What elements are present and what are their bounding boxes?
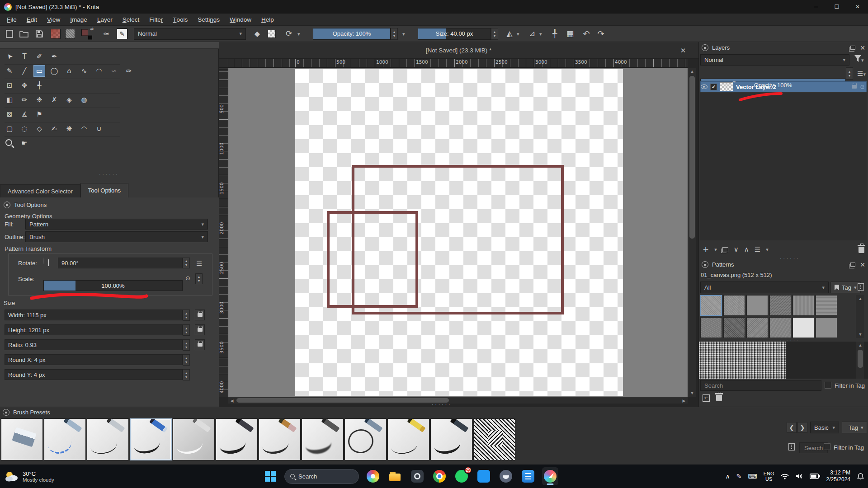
preset-group-dropdown[interactable]: Basic▾ xyxy=(810,422,839,433)
pattern-thumb[interactable] xyxy=(723,317,745,338)
rectangle-tool[interactable]: ▭ xyxy=(33,65,45,77)
fill-dropdown[interactable]: Pattern▾ xyxy=(25,219,208,230)
bezier-select-tool[interactable]: ◠ xyxy=(78,123,90,135)
swap-colors-icon[interactable]: ⇄ xyxy=(90,27,94,31)
add-layer-icon[interactable]: + xyxy=(703,246,709,253)
freehand-brush-tool[interactable]: ✎ xyxy=(4,65,15,77)
mirror-horizontal-icon[interactable]: ⊿ xyxy=(526,28,538,40)
pattern-thumb[interactable] xyxy=(700,317,722,338)
bezier-curve-tool[interactable]: ◠ xyxy=(93,65,105,77)
fill-tool[interactable]: ◈ xyxy=(63,94,75,106)
tray-pen-icon[interactable]: ✎ xyxy=(736,473,742,480)
background-color[interactable] xyxy=(88,35,93,40)
scale-reset-icon[interactable]: ⊙ xyxy=(185,275,190,281)
layer-options-menu-icon[interactable]: ☰▾ xyxy=(857,70,866,78)
scroll-right-icon[interactable]: ▶ xyxy=(680,397,688,404)
menu-item[interactable]: File xyxy=(2,14,22,26)
brush-preset-pencil-blue[interactable] xyxy=(130,418,172,460)
brush-preset-fineliner[interactable] xyxy=(387,418,429,460)
assistants-tool[interactable]: ⊠ xyxy=(4,108,15,120)
new-document-icon[interactable] xyxy=(4,28,15,40)
brush-size-slider[interactable]: Size: 40.00 px xyxy=(418,28,491,40)
discord-icon[interactable] xyxy=(498,467,514,485)
pattern-search-input[interactable] xyxy=(700,380,821,391)
pattern-thumb[interactable] xyxy=(816,295,837,316)
menu-item[interactable]: Filter xyxy=(144,14,168,26)
field-spinner[interactable]: ▴▾ xyxy=(183,339,190,351)
camera-app-icon[interactable] xyxy=(409,467,425,485)
language-indicator[interactable]: ENGUS xyxy=(764,471,774,482)
close-button[interactable]: ✕ xyxy=(847,0,868,14)
brush-preset-ink-brush[interactable] xyxy=(430,418,472,460)
scale-spinner[interactable]: ▴▾ xyxy=(195,273,203,284)
delete-layer-icon[interactable] xyxy=(859,247,864,253)
close-docker-icon[interactable]: ✕ xyxy=(860,44,865,52)
layer-opacity-spinner[interactable]: ▴▾ xyxy=(846,67,853,80)
docker-lock-icon[interactable] xyxy=(4,202,10,208)
taskbar-search[interactable]: Search xyxy=(284,469,359,484)
menu-item[interactable]: Help xyxy=(256,14,279,26)
canvas-viewport[interactable] xyxy=(228,68,688,397)
reload-preset-icon[interactable]: ⟳ xyxy=(283,28,295,40)
wifi-icon[interactable] xyxy=(781,473,789,479)
brush-preset-marker[interactable] xyxy=(259,418,301,460)
crop-tool[interactable]: ╃ xyxy=(33,80,45,91)
pattern-preview-scrollbar[interactable]: ▲ xyxy=(856,342,864,379)
scroll-up-icon[interactable]: ▲ xyxy=(688,68,696,75)
pattern-thumb[interactable] xyxy=(723,295,745,316)
measure-tool[interactable]: ∡ xyxy=(19,108,30,120)
size-spinner[interactable]: ▴▾ xyxy=(491,28,498,40)
filter-in-tag-checkbox[interactable] xyxy=(825,382,831,389)
eraser-mode-icon[interactable]: ◆ xyxy=(251,28,263,40)
delete-resource-icon[interactable] xyxy=(716,395,722,401)
layer-lock-icon[interactable] xyxy=(852,85,857,89)
brush-preset-chalk[interactable] xyxy=(173,418,215,460)
close-docker-icon[interactable]: ✕ xyxy=(860,261,865,268)
paint-palette-app-icon[interactable] xyxy=(365,467,381,485)
field-spinner[interactable]: ▴▾ xyxy=(183,354,190,366)
size-field[interactable]: Round Y: 4 px xyxy=(5,369,183,380)
tray-chevron-icon[interactable]: ∧ xyxy=(726,473,730,480)
pattern-thumb[interactable] xyxy=(746,317,768,338)
menu-item[interactable]: Window xyxy=(225,14,256,26)
field-spinner[interactable]: ▴▾ xyxy=(183,310,190,321)
scale-slider[interactable]: 100.00% xyxy=(43,280,183,291)
brush-preset-soft-dark[interactable] xyxy=(302,418,344,460)
blending-mode-dropdown[interactable]: Normal ▾ xyxy=(134,28,246,40)
rotate-field[interactable]: 90.00° xyxy=(58,258,183,268)
foreground-color[interactable] xyxy=(81,29,88,36)
tab-tool-options[interactable]: Tool Options xyxy=(80,183,128,198)
layer-opacity-slider[interactable]: Opacity: 100% xyxy=(700,79,846,91)
lock-ratio-button[interactable] xyxy=(195,339,205,350)
gradient-chooser[interactable] xyxy=(51,29,61,39)
pattern-thumb[interactable] xyxy=(793,317,814,338)
freehand-path-tool[interactable]: ∽ xyxy=(108,65,120,77)
transform-tool[interactable]: ⊡ xyxy=(4,80,15,91)
reload-dropdown-icon[interactable]: ▾ xyxy=(297,31,300,37)
pattern-thumb[interactable] xyxy=(746,295,768,316)
brush-preset-airbrush[interactable] xyxy=(87,418,129,460)
rotate-menu-icon[interactable]: ☰ xyxy=(196,259,202,267)
brush-preset-eraser-soft[interactable] xyxy=(44,418,86,460)
gradient-editor-icon[interactable]: ≃ xyxy=(100,28,112,40)
whatsapp-icon[interactable]: 29 xyxy=(453,467,470,485)
redo-icon[interactable]: ↷ xyxy=(595,28,607,40)
presets-next-icon[interactable]: ❯ xyxy=(797,422,807,433)
opacity-dropdown-icon[interactable]: ▾ xyxy=(402,31,405,37)
preserve-alpha-icon[interactable] xyxy=(268,30,276,38)
freehand-select-tool[interactable]: ✍ xyxy=(48,123,60,135)
rotate-spinner[interactable]: ▴▾ xyxy=(183,258,190,268)
color-sampler-tool[interactable]: ✏ xyxy=(19,94,30,106)
import-resource-icon[interactable]: ← xyxy=(703,394,710,402)
brush-editor-button[interactable]: ✎ xyxy=(117,28,127,39)
enclose-fill-tool[interactable]: ◍ xyxy=(78,94,90,106)
float-docker-icon[interactable] xyxy=(850,46,855,50)
layer-alpha-icon[interactable]: α xyxy=(860,84,864,90)
move-layer-up-icon[interactable]: ∧ xyxy=(744,246,749,253)
scroll-up-icon[interactable]: ▲ xyxy=(856,295,864,302)
scroll-down-icon[interactable]: ▼ xyxy=(688,389,696,397)
outline-dropdown[interactable]: Brush▾ xyxy=(25,231,208,242)
layer-properties-icon[interactable]: ☰ xyxy=(755,245,760,253)
move-tool[interactable]: ✥ xyxy=(19,80,30,91)
chrome-icon[interactable] xyxy=(431,467,448,485)
